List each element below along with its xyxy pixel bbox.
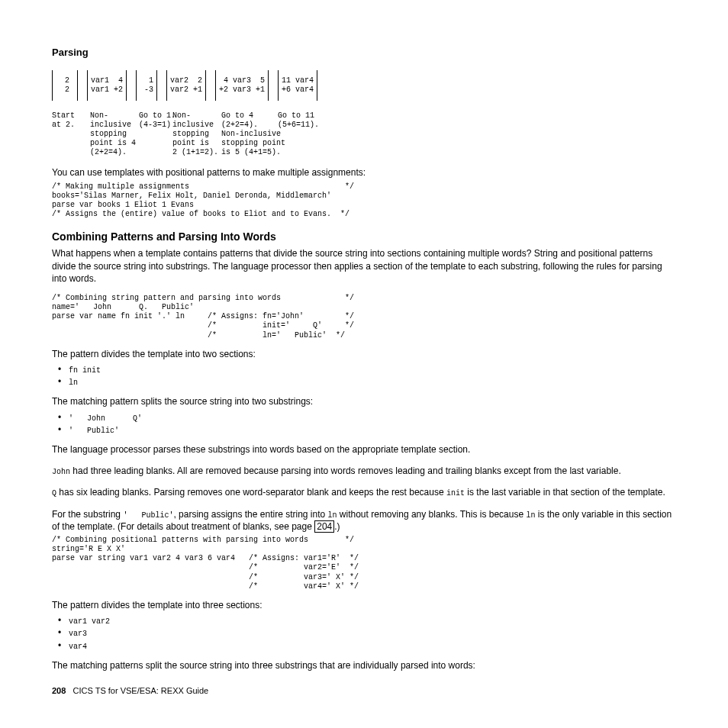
running-head: Parsing bbox=[52, 46, 676, 60]
bullet-fn-init: fn init bbox=[69, 366, 101, 375]
diagram-caption-5: Go to 4 (2+2=4). Non-inclusive stopping … bbox=[221, 111, 269, 158]
page-number: 208 bbox=[52, 686, 66, 695]
bullets-template-sections: fn init ln bbox=[52, 363, 676, 388]
bullet-var3: var3 bbox=[69, 630, 87, 638]
box3-l2: -3 bbox=[140, 85, 153, 94]
diagram-caption-4: Non- inclusive stopping point is 2 (1+1=… bbox=[172, 111, 212, 158]
lang-proc-text: The language processor parses these subs… bbox=[52, 443, 676, 456]
templates-intro-text: You can use templates with positional pa… bbox=[52, 166, 676, 179]
box1-l1: 2 bbox=[56, 76, 74, 85]
q-paragraph: Q has six leading blanks. Parsing remove… bbox=[52, 486, 676, 498]
page-link-204[interactable]: 204 bbox=[314, 520, 334, 533]
combining-body-text: What happens when a template contains pa… bbox=[52, 247, 676, 285]
two-sections-text: The pattern divides the template into tw… bbox=[52, 348, 676, 360]
three-substrings-text: The matching patterns split the source s… bbox=[52, 659, 676, 672]
diagram-caption-3: Go to 1. (4-3=1) bbox=[139, 111, 163, 158]
box5-l2: +2 var3 +1 bbox=[219, 85, 265, 94]
bullet-john-q: ' John Q' bbox=[69, 414, 142, 423]
inline-code-public-literal: ' Public' bbox=[123, 511, 173, 520]
inline-code-ln2: ln bbox=[526, 511, 535, 520]
inline-code-ln1: ln bbox=[328, 511, 337, 520]
box2-l2: var1 +2 bbox=[91, 85, 123, 94]
bullet-ln: ln bbox=[69, 378, 78, 387]
bullet-var1-var2: var1 var2 bbox=[69, 617, 110, 626]
box4-l1: var2 2 bbox=[170, 76, 202, 85]
diagram-caption-6: Go to 11 (5+6=11). bbox=[278, 111, 317, 158]
bullet-var4: var4 bbox=[69, 643, 87, 651]
inline-code-init: init bbox=[446, 489, 465, 498]
footer-text: CICS TS for VSE/ESA: REXX Guide bbox=[73, 686, 209, 695]
diagram-caption-2: Non- inclusive stopping point is 4 (2+2=… bbox=[90, 111, 130, 158]
box3-l1: 1 bbox=[140, 76, 153, 85]
inline-code-john: John bbox=[52, 468, 70, 476]
page-footer: 208 CICS TS for VSE/ESA: REXX Guide bbox=[52, 685, 676, 697]
bullets-substrings: ' John Q' ' Public' bbox=[52, 411, 676, 436]
two-substrings-text: The matching pattern splits the source s… bbox=[52, 395, 676, 407]
john-paragraph: John had three leading blanks. All are r… bbox=[52, 465, 676, 477]
public-paragraph: For the substring ' Public', parsing ass… bbox=[52, 508, 676, 533]
code-block-1: /* Making multiple assignments */ books=… bbox=[52, 182, 676, 220]
box2-l1: var1 4 bbox=[91, 76, 123, 85]
heading-combining-patterns: Combining Patterns and Parsing Into Word… bbox=[52, 230, 676, 244]
bullets-three-sections: var1 var2 var3 var4 bbox=[52, 614, 676, 652]
code-block-2: /* Combining string pattern and parsing … bbox=[52, 294, 676, 340]
three-sections-text: The pattern divides the template into th… bbox=[52, 599, 676, 611]
positional-diagram: 2 2 var1 4 var1 +2 1 -3 var2 2 var2 +1 4… bbox=[52, 70, 676, 158]
diagram-caption-1: Start at 2. bbox=[52, 111, 81, 158]
box4-l2: var2 +1 bbox=[170, 85, 202, 94]
box1-l2: 2 bbox=[56, 85, 74, 94]
box5-l1: 4 var3 5 bbox=[219, 76, 265, 85]
bullet-public: ' Public' bbox=[69, 427, 119, 435]
code-block-3: /* Combining positional patterns with pa… bbox=[52, 536, 676, 591]
box6-l2: +6 var4 bbox=[282, 85, 314, 94]
box6-l1: 11 var4 bbox=[282, 76, 314, 85]
